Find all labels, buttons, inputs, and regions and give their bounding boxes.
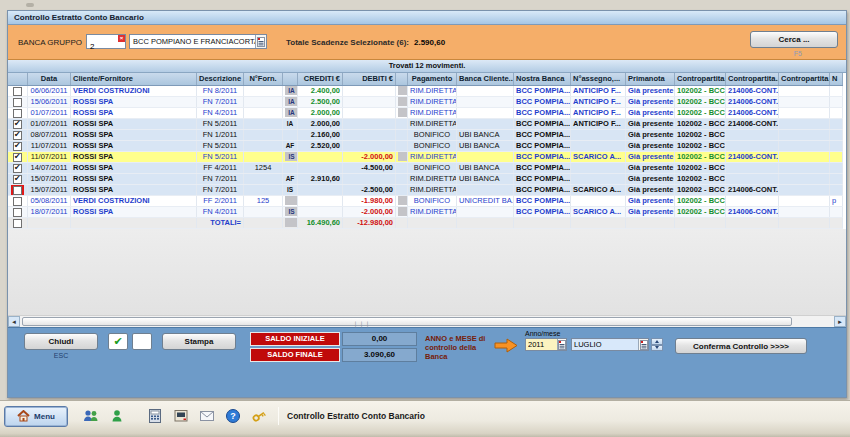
cell-b2 [396, 108, 408, 118]
column-header-nforn[interactable]: N°Forn. [244, 73, 283, 85]
banca-code-field[interactable]: × [86, 34, 126, 49]
cell-assegno [571, 174, 626, 184]
mese-field[interactable] [571, 338, 649, 351]
column-header-b2[interactable] [396, 73, 408, 85]
row-checkbox[interactable] [13, 186, 22, 195]
cell-primanota: Già presente [626, 97, 675, 107]
stampa-button[interactable]: Stampa [162, 333, 236, 350]
mese-input[interactable] [572, 339, 638, 350]
column-header-contro1[interactable]: Contropartita... [675, 73, 726, 85]
row-checkbox[interactable] [13, 219, 22, 228]
lookup-list-icon[interactable] [255, 35, 266, 48]
cell-nostra_banca: BCC POMPIA... [514, 207, 571, 217]
table-row[interactable]: 18/07/2011ROSSI SPAFN 4/2011IS-2.000,00R… [8, 207, 843, 218]
table-row[interactable]: 15/06/2011ROSSI SPAFN 7/2011IA2.500,00RI… [8, 97, 843, 108]
horizontal-scrollbar[interactable]: ◄ ❘❘❘ ► [8, 315, 846, 327]
column-header-chk[interactable] [8, 73, 28, 85]
cell-crediti: 2.160,00 [298, 130, 343, 140]
cell-banca_cliente [457, 119, 514, 129]
mese-spinner[interactable] [651, 338, 663, 351]
cerca-button[interactable]: Cerca ... [750, 31, 838, 48]
row-checkbox[interactable] [13, 142, 22, 151]
cell-contro1: 102002 - BCC ... [675, 174, 726, 184]
column-header-banca_cliente[interactable]: Banca Cliente... [457, 73, 514, 85]
mail-icon[interactable] [196, 405, 218, 427]
scrollbar-thumb[interactable]: ❘❘❘ [22, 317, 792, 326]
row-checkbox[interactable] [13, 175, 22, 184]
table-row[interactable]: 05/08/2011VERDI COSTRUZIONIFF 2/2011125-… [8, 196, 843, 207]
cell-contro2 [726, 174, 779, 184]
row-checkbox[interactable] [13, 131, 22, 140]
column-header-data[interactable]: Data [28, 73, 71, 85]
row-checkbox[interactable] [13, 98, 22, 107]
conferma-controllo-button[interactable]: Conferma Controllo >>>> [675, 338, 807, 354]
row-checkbox[interactable] [13, 87, 22, 96]
cell-descrizione: TOTALI= [197, 218, 244, 228]
confirm-check-button[interactable]: ✔ [108, 333, 128, 350]
cell-b2 [396, 130, 408, 140]
column-header-crediti[interactable]: CREDITI € [298, 73, 343, 85]
table-row[interactable]: 11/07/2011ROSSI SPAFN 5/2011AF2.520,00BO… [8, 141, 843, 152]
anno-lookup-icon[interactable] [557, 339, 566, 350]
column-header-pagamento[interactable]: Pagamento [408, 73, 457, 85]
row-checkbox[interactable] [13, 109, 22, 118]
cell-pagamento: RIM.DIRETTA [408, 119, 457, 129]
column-header-descrizione[interactable]: Descrizione [197, 73, 244, 85]
help-icon[interactable]: ? [222, 405, 244, 427]
cell-assegno [571, 141, 626, 151]
spinner-down-icon[interactable] [651, 345, 663, 352]
anno-field[interactable] [525, 338, 567, 351]
totals-row[interactable]: TOTALI=16.490,60-12.980,00 [8, 218, 843, 229]
column-header-contro2[interactable]: Contropartita... [726, 73, 779, 85]
mese-lookup-icon[interactable] [638, 339, 648, 350]
menu-button[interactable]: Menu [4, 406, 68, 427]
column-header-cliente[interactable]: Cliente/Fornitore [71, 73, 197, 85]
cell-b2 [396, 152, 408, 162]
cell-pagamento: RIM.DIRETTA [408, 86, 457, 96]
terminal-icon[interactable] [170, 405, 192, 427]
column-header-debiti[interactable]: DEBITI € [343, 73, 396, 85]
cell-extra [830, 174, 843, 184]
row-checkbox[interactable] [13, 197, 22, 206]
row-checkbox[interactable] [13, 208, 22, 217]
key-icon[interactable] [248, 405, 270, 427]
cell-nforn [244, 185, 283, 195]
cell-data: 01/07/2011 [28, 119, 71, 129]
cell-contro2: 214006-CONT... [726, 207, 779, 217]
banca-gruppo-label: BANCA GRUPPO [18, 38, 82, 47]
cell-assegno [571, 196, 626, 206]
table-row[interactable]: 08/07/2011ROSSI SPAFN 1/20112.160,00BONI… [8, 130, 843, 141]
column-header-primanota[interactable]: Primanota [626, 73, 675, 85]
column-header-contro3[interactable]: Contropartita... [779, 73, 830, 85]
user-icon[interactable] [106, 405, 128, 427]
chiudi-button[interactable]: Chiudi [24, 333, 98, 350]
cell-assegno: SCARICO A... [571, 185, 626, 195]
column-header-assegno[interactable]: N°assegno,... [571, 73, 626, 85]
cell-contro3 [779, 141, 830, 151]
table-row[interactable]: 01/07/2011ROSSI SPAFN 5/2011IA2.000,00RI… [8, 119, 843, 130]
table-row[interactable]: 15/07/2011ROSSI SPAFN 7/2011IS-2.500,00R… [8, 185, 843, 196]
column-header-tipo[interactable] [283, 73, 298, 85]
scroll-left-icon[interactable]: ◄ [8, 316, 20, 327]
banca-combo[interactable]: BCC POMPIANO E FRANCIACORTA [129, 34, 267, 49]
scroll-right-icon[interactable]: ► [834, 316, 846, 327]
row-checkbox[interactable] [13, 164, 22, 173]
tipo-text: AF [286, 142, 295, 149]
column-header-nostra_banca[interactable]: Nostra Banca [514, 73, 571, 85]
table-row[interactable]: 11/07/2011ROSSI SPAFN 5/2011IS-2.000,00R… [8, 152, 843, 163]
cell-debiti [343, 97, 396, 107]
table-row[interactable]: 14/07/2011ROSSI SPAFF 4/20111254-4.500,0… [8, 163, 843, 174]
calculator-icon[interactable] [144, 405, 166, 427]
anno-input[interactable] [526, 339, 557, 350]
row-checkbox[interactable] [13, 153, 22, 162]
table-row[interactable]: 01/07/2011ROSSI SPAFN 4/2011IA2.000,00RI… [8, 108, 843, 119]
blank-button[interactable] [132, 333, 152, 350]
table-row[interactable]: 06/06/2011VERDI COSTRUZIONIFN 8/2011IA2.… [8, 86, 843, 97]
cell-b2 [396, 119, 408, 129]
row-checkbox[interactable] [13, 120, 22, 129]
users-icon[interactable] [80, 405, 102, 427]
scrollbar-track[interactable]: ❘❘❘ [20, 316, 834, 327]
table-row[interactable]: 15/07/2011ROSSI SPAFN 7/2011AF2.910,60RI… [8, 174, 843, 185]
window-titlebar: Controllo Estratto Conto Bancario [8, 11, 846, 25]
column-header-extra[interactable]: N [830, 73, 843, 85]
